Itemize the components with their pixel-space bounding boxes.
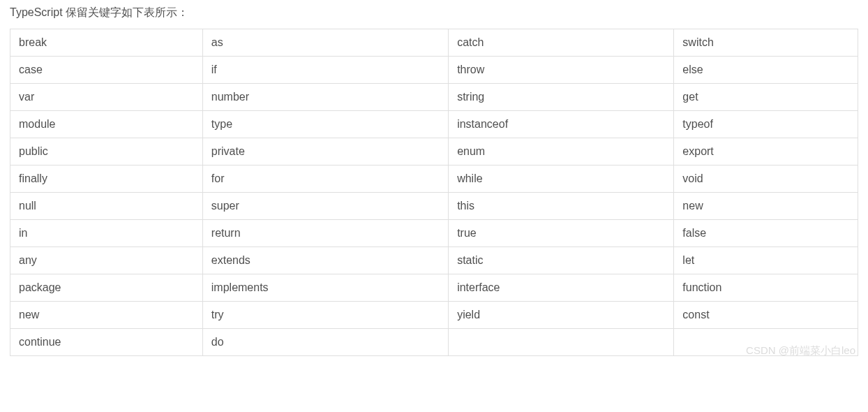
table-cell: package: [10, 274, 203, 302]
table-row: continue do: [10, 329, 858, 356]
table-row: finally for while void: [10, 165, 858, 193]
table-cell: finally: [10, 165, 203, 193]
table-cell: public: [10, 138, 203, 165]
table-cell: false: [674, 220, 858, 247]
table-cell: [449, 329, 674, 356]
table-cell: [674, 329, 858, 356]
table-row: package implements interface function: [10, 274, 858, 302]
table-cell: let: [674, 247, 858, 274]
table-cell: if: [202, 57, 448, 84]
table-cell: interface: [449, 274, 674, 302]
table-cell: var: [10, 84, 203, 111]
table-cell: new: [10, 302, 203, 329]
table-cell: while: [449, 165, 674, 193]
table-cell: instanceof: [449, 111, 674, 138]
table-cell: module: [10, 111, 203, 138]
table-cell: get: [674, 84, 858, 111]
table-cell: null: [10, 193, 203, 220]
table-cell: const: [674, 302, 858, 329]
table-row: public private enum export: [10, 138, 858, 165]
table-cell: implements: [202, 274, 448, 302]
table-cell: as: [202, 29, 448, 57]
table-cell: yield: [449, 302, 674, 329]
keywords-table: break as catch switch case if throw else…: [10, 29, 858, 356]
table-cell: super: [202, 193, 448, 220]
table-cell: return: [202, 220, 448, 247]
table-cell: else: [674, 57, 858, 84]
table-cell: any: [10, 247, 203, 274]
table-cell: void: [674, 165, 858, 193]
table-cell: extends: [202, 247, 448, 274]
table-row: new try yield const: [10, 302, 858, 329]
table-cell: function: [674, 274, 858, 302]
table-row: any extends static let: [10, 247, 858, 274]
table-cell: this: [449, 193, 674, 220]
table-cell: static: [449, 247, 674, 274]
table-cell: private: [202, 138, 448, 165]
table-cell: break: [10, 29, 203, 57]
intro-text: TypeScript 保留关键字如下表所示：: [10, 6, 858, 20]
table-cell: new: [674, 193, 858, 220]
table-row: case if throw else: [10, 57, 858, 84]
table-cell: typeof: [674, 111, 858, 138]
table-cell: continue: [10, 329, 203, 356]
table-cell: for: [202, 165, 448, 193]
table-cell: export: [674, 138, 858, 165]
table-row: in return true false: [10, 220, 858, 247]
table-row: null super this new: [10, 193, 858, 220]
table-row: module type instanceof typeof: [10, 111, 858, 138]
table-cell: true: [449, 220, 674, 247]
table-cell: case: [10, 57, 203, 84]
table-row: var number string get: [10, 84, 858, 111]
table-cell: catch: [449, 29, 674, 57]
table-row: break as catch switch: [10, 29, 858, 57]
table-cell: string: [449, 84, 674, 111]
table-cell: switch: [674, 29, 858, 57]
table-cell: do: [202, 329, 448, 356]
table-cell: in: [10, 220, 203, 247]
table-cell: enum: [449, 138, 674, 165]
table-cell: try: [202, 302, 448, 329]
table-cell: type: [202, 111, 448, 138]
table-cell: number: [202, 84, 448, 111]
table-cell: throw: [449, 57, 674, 84]
